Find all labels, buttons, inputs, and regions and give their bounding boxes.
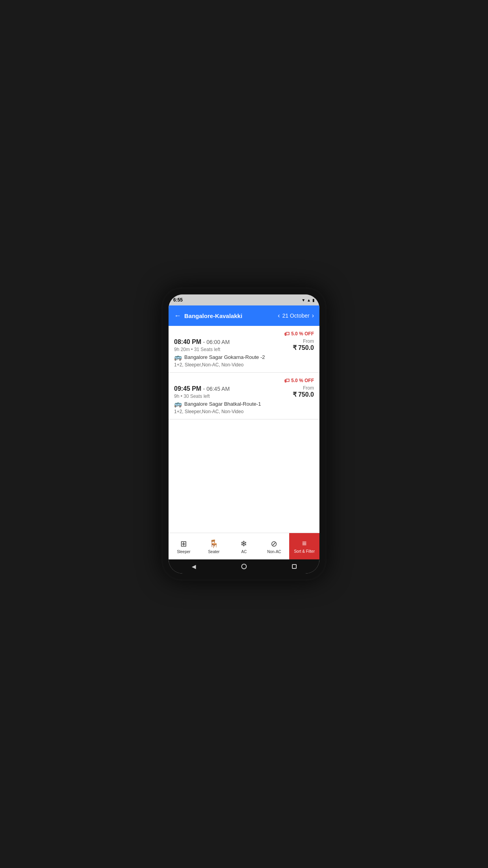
- card-top-1: 🏷 5.0 % OFF: [174, 331, 314, 337]
- amenities-1: 1+2, Sleeper,Non-AC, Non-Video: [174, 362, 293, 368]
- header-title: Bangalore-Kavalakki: [184, 313, 242, 319]
- sleeper-label: Sleeper: [177, 550, 190, 554]
- status-icons: ▼ ▲ ▮: [301, 298, 315, 302]
- bus-icon-2: 🚌: [174, 400, 182, 408]
- arrival-time-1: - 06:00 AM: [203, 339, 230, 345]
- android-nav-bar: ◀: [169, 559, 319, 574]
- battery-icon: ▮: [312, 298, 315, 302]
- content-area: 🏷 5.0 % OFF 08:40 PM - 06:00 AM 9h 20m •…: [169, 326, 319, 533]
- departure-1: 08:40 PM: [174, 338, 201, 345]
- nav-non-ac[interactable]: ⊘ Non-AC: [259, 533, 289, 559]
- status-time: 6:55: [173, 297, 183, 303]
- wifi-icon: ▼: [301, 298, 305, 302]
- seater-icon: 🪑: [209, 539, 219, 548]
- back-button[interactable]: ←: [174, 312, 181, 320]
- operator-row-1: 🚌 Bangalore Sagar Gokarna-Route -2: [174, 353, 293, 361]
- amenities-2: 1+2, Sleeper,Non-AC, Non-Video: [174, 409, 293, 414]
- bus-card-2[interactable]: 🏷 5.0 % OFF 09:45 PM - 06:45 AM 9h • 30 …: [169, 373, 319, 419]
- card-main-1: 08:40 PM - 06:00 AM 9h 20m • 31 Seats le…: [174, 338, 314, 368]
- discount-text-2: 5.0 % OFF: [291, 378, 314, 383]
- operator-row-2: 🚌 Bangalore Sagar Bhatkal-Route-1: [174, 400, 293, 408]
- tag-icon-2: 🏷: [284, 377, 290, 384]
- departure-2: 09:45 PM: [174, 385, 201, 392]
- non-ac-icon: ⊘: [271, 539, 277, 548]
- app-header: ← Bangalore-Kavalakki ‹ 21 October ›: [169, 305, 319, 326]
- card-main-2: 09:45 PM - 06:45 AM 9h • 30 Seats left 🚌…: [174, 385, 314, 414]
- sort-filter-icon: ≡: [302, 539, 307, 548]
- nav-sleeper[interactable]: ⊞ Sleeper: [169, 533, 199, 559]
- tag-icon-1: 🏷: [284, 331, 290, 337]
- date-navigation: ‹ 21 October ›: [278, 312, 314, 319]
- discount-badge-1: 🏷 5.0 % OFF: [284, 331, 314, 337]
- price-value-2: ₹ 750.0: [293, 391, 314, 398]
- android-back-button[interactable]: ◀: [189, 562, 198, 571]
- non-ac-label: Non-AC: [267, 550, 281, 554]
- card-right-2: From ₹ 750.0: [293, 385, 314, 398]
- bus-card-1[interactable]: 🏷 5.0 % OFF 08:40 PM - 06:00 AM 9h 20m •…: [169, 326, 319, 373]
- card-left-2: 09:45 PM - 06:45 AM 9h • 30 Seats left 🚌…: [174, 385, 293, 414]
- phone-frame: 6:55 ▼ ▲ ▮ ← Bangalore-Kavalakki ‹ 21 Oc…: [161, 287, 327, 581]
- price-label-1: From: [293, 338, 314, 344]
- duration-seats-2: 9h • 30 Seats left: [174, 394, 293, 399]
- nav-seater[interactable]: 🪑 Seater: [199, 533, 229, 559]
- sleeper-icon: ⊞: [180, 539, 187, 548]
- card-left-1: 08:40 PM - 06:00 AM 9h 20m • 31 Seats le…: [174, 338, 293, 368]
- operator-name-1: Bangalore Sagar Gokarna-Route -2: [184, 354, 265, 360]
- bus-icon-1: 🚌: [174, 353, 182, 361]
- departure-time-2: 09:45 PM - 06:45 AM: [174, 385, 293, 392]
- price-label-2: From: [293, 385, 314, 391]
- status-bar: 6:55 ▼ ▲ ▮: [169, 294, 319, 305]
- signal-icon: ▲: [307, 298, 311, 302]
- sort-filter-label: Sort & Filter: [294, 549, 315, 554]
- seater-label: Seater: [208, 550, 219, 554]
- card-top-2: 🏷 5.0 % OFF: [174, 377, 314, 384]
- discount-text-1: 5.0 % OFF: [291, 331, 314, 337]
- discount-badge-2: 🏷 5.0 % OFF: [284, 377, 314, 384]
- card-right-1: From ₹ 750.0: [293, 338, 314, 351]
- operator-name-2: Bangalore Sagar Bhatkal-Route-1: [184, 401, 261, 407]
- android-home-button[interactable]: [240, 562, 248, 571]
- nav-ac[interactable]: ❄ AC: [229, 533, 259, 559]
- nav-sort-filter[interactable]: ≡ Sort & Filter: [289, 533, 319, 559]
- bottom-nav: ⊞ Sleeper 🪑 Seater ❄ AC ⊘ Non-AC ≡ Sort …: [169, 533, 319, 559]
- header-left: ← Bangalore-Kavalakki: [174, 312, 242, 320]
- duration-seats-1: 9h 20m • 31 Seats left: [174, 347, 293, 352]
- ac-icon: ❄: [240, 539, 247, 548]
- prev-date-button[interactable]: ‹: [278, 312, 280, 319]
- departure-time-1: 08:40 PM - 06:00 AM: [174, 338, 293, 346]
- ac-label: AC: [241, 550, 247, 554]
- arrival-time-2: - 06:45 AM: [203, 386, 230, 392]
- next-date-button[interactable]: ›: [312, 312, 314, 319]
- price-value-1: ₹ 750.0: [293, 344, 314, 351]
- android-recents-button[interactable]: [290, 562, 299, 571]
- phone-screen: 6:55 ▼ ▲ ▮ ← Bangalore-Kavalakki ‹ 21 Oc…: [169, 294, 319, 574]
- current-date: 21 October: [282, 313, 309, 319]
- recents-square: [292, 564, 297, 569]
- home-circle: [241, 564, 247, 569]
